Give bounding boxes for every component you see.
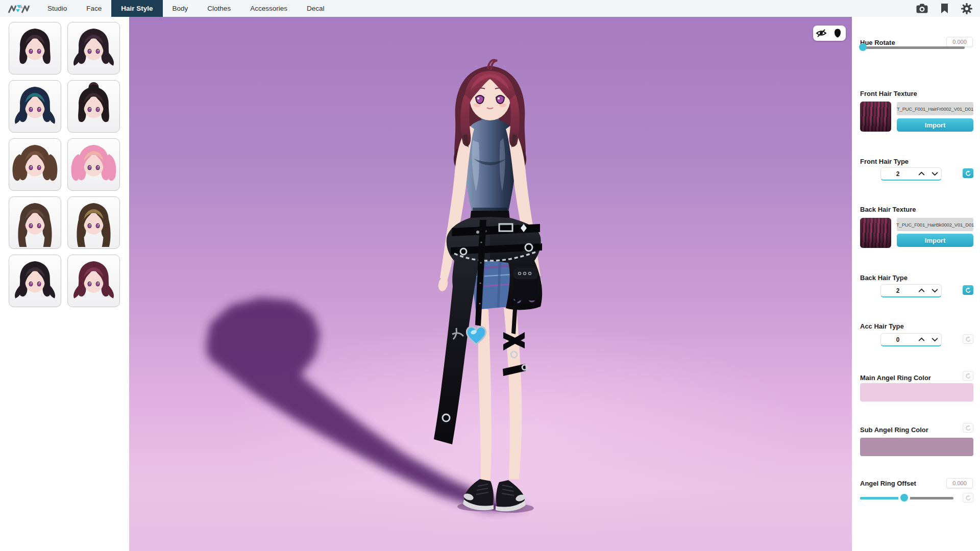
character-sneakers <box>457 479 534 513</box>
hue-rotate-slider[interactable] <box>860 43 965 52</box>
nav-tab-body[interactable]: Body <box>163 0 198 17</box>
chevron-down-icon[interactable] <box>928 285 941 296</box>
back-hair-type-label: Back Hair Type <box>860 274 908 282</box>
acc-hair-type-label: Acc Hair Type <box>860 322 904 330</box>
nav-tab-hair-style[interactable]: Hair Style <box>111 0 162 17</box>
hair-style-preview <box>68 139 119 190</box>
front-hair-import-button[interactable]: Import <box>897 118 973 132</box>
angel-ring-offset-fill <box>860 497 904 499</box>
hair-style-preview <box>68 22 119 74</box>
msm-logo <box>0 0 38 17</box>
hair-style-thumb-black-shag[interactable] <box>9 255 61 307</box>
nav-tab-accessories[interactable]: Accessories <box>240 0 297 17</box>
hair-style-preview <box>68 255 119 307</box>
chevron-down-icon[interactable] <box>928 168 941 180</box>
bookmark-icon[interactable] <box>938 3 950 15</box>
hair-style-preview <box>9 81 61 132</box>
hair-style-thumb-blonde-ombre-long[interactable] <box>67 196 120 249</box>
hair-style-preview <box>9 22 61 74</box>
character-render <box>403 48 577 523</box>
top-nav: StudioFaceHair StyleBodyClothesAccessori… <box>0 0 980 17</box>
eye-off-icon[interactable] <box>816 28 827 39</box>
nav-tab-clothes[interactable]: Clothes <box>198 0 240 17</box>
hue-rotate-handle[interactable] <box>859 43 867 51</box>
nav-actions <box>916 0 980 17</box>
front-hair-type-value[interactable]: 2 <box>881 170 915 178</box>
front-hair-type-reset-button[interactable] <box>963 168 973 178</box>
front-hair-texture-filename[interactable]: T_PUC_F001_HairFr0002_V01_D01 <box>897 102 973 115</box>
hair-style-thumb-black-bun-updo[interactable] <box>67 80 120 133</box>
hair-style-thumb-teal-iridescent-pixie[interactable] <box>9 80 61 133</box>
acc-hair-type-value[interactable]: 0 <box>881 336 915 343</box>
hair-style-thumb-brown-twintails[interactable] <box>9 138 61 191</box>
main-angel-ring-color-reset-button[interactable] <box>963 371 973 381</box>
front-hair-type-label: Front Hair Type <box>860 158 909 165</box>
nav-tab-decal[interactable]: Decal <box>297 0 334 17</box>
chevron-up-icon[interactable] <box>915 334 928 345</box>
back-hair-type-reset-button[interactable] <box>963 285 973 295</box>
hair-style-thumb-pink-twintails[interactable] <box>67 138 120 191</box>
character-viewport[interactable] <box>129 17 852 551</box>
angel-ring-offset-label: Angel Ring Offset <box>860 480 916 487</box>
hair-style-thumb-dark-pixie[interactable] <box>67 22 120 74</box>
hair-settings-panel: Hue Rotate 0.000 Front Hair Texture T_PU… <box>852 17 980 551</box>
camera-icon[interactable] <box>916 3 928 15</box>
viewport-toolbar <box>813 26 846 41</box>
nav-tab-face[interactable]: Face <box>77 0 111 17</box>
hair-style-preview <box>9 197 61 248</box>
back-hair-type-value[interactable]: 2 <box>881 287 915 294</box>
msm-logo-icon <box>7 2 31 15</box>
character-creator-app: StudioFaceHair StyleBodyClothesAccessori… <box>0 0 980 551</box>
hair-style-preview <box>9 255 61 307</box>
front-hair-texture-thumbnail[interactable] <box>860 102 891 132</box>
sub-angel-ring-color-label: Sub Angel Ring Color <box>860 426 928 434</box>
angel-ring-offset-slider[interactable] <box>860 494 953 502</box>
angel-ring-offset-reset-button[interactable] <box>963 493 973 503</box>
angel-ring-offset-handle[interactable] <box>900 494 908 502</box>
back-hair-texture-thumbnail[interactable] <box>860 218 891 248</box>
front-hair-type-spinner[interactable]: 2 <box>880 167 942 181</box>
acc-hair-type-reset-button[interactable] <box>963 334 973 344</box>
sub-angel-ring-color-swatch[interactable] <box>860 438 973 456</box>
back-hair-type-spinner[interactable]: 2 <box>880 284 942 297</box>
hue-rotate-track[interactable] <box>860 46 965 49</box>
hair-style-thumb-black-bob[interactable] <box>9 22 61 74</box>
hair-style-preview <box>9 139 61 190</box>
head-silhouette-icon[interactable] <box>832 28 843 39</box>
chevron-up-icon[interactable] <box>915 168 928 180</box>
hair-style-sidebar <box>0 17 129 551</box>
hair-style-preview <box>68 81 119 132</box>
nav-tab-studio[interactable]: Studio <box>38 0 77 17</box>
nav-tabs: StudioFaceHair StyleBodyClothesAccessori… <box>38 0 334 17</box>
back-hair-texture-label: Back Hair Texture <box>860 206 916 213</box>
angel-ring-offset-value[interactable]: 0.000 <box>946 478 973 488</box>
main-angel-ring-color-swatch[interactable] <box>860 383 973 402</box>
back-hair-import-button[interactable]: Import <box>897 234 973 247</box>
character-torso <box>462 111 518 214</box>
gear-icon[interactable] <box>961 3 973 15</box>
back-hair-texture-filename[interactable]: T_PUC_F001_HairBk0002_V01_D01 <box>897 218 973 231</box>
chevron-up-icon[interactable] <box>915 285 928 296</box>
hair-style-list <box>9 22 129 307</box>
hair-style-thumb-burgundy-shag[interactable] <box>67 255 120 307</box>
hair-style-preview <box>68 197 119 248</box>
chevron-down-icon[interactable] <box>928 334 941 345</box>
main-angel-ring-color-label: Main Angel Ring Color <box>860 374 931 382</box>
hair-style-thumb-brown-long-straight[interactable] <box>9 196 61 249</box>
front-hair-texture-label: Front Hair Texture <box>860 90 917 97</box>
acc-hair-type-spinner[interactable]: 0 <box>880 333 942 346</box>
sub-angel-ring-color-reset-button[interactable] <box>963 423 973 433</box>
